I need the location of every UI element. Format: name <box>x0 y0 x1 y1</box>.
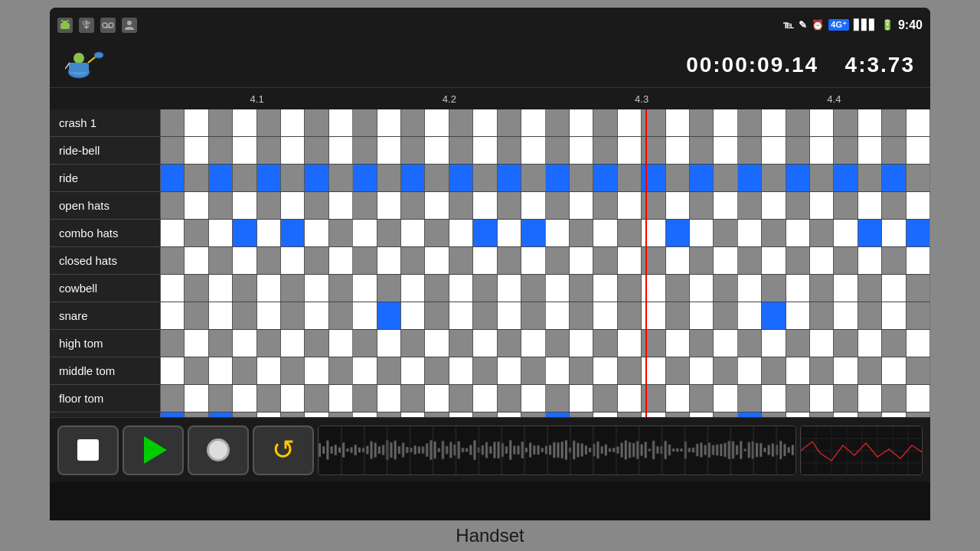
cell[interactable] <box>834 330 858 357</box>
cell[interactable] <box>882 357 906 384</box>
cell[interactable] <box>161 109 185 136</box>
cell[interactable] <box>858 330 882 357</box>
cell[interactable] <box>449 302 473 329</box>
cell[interactable] <box>401 412 425 417</box>
cell[interactable] <box>329 192 353 219</box>
cell[interactable] <box>786 137 810 164</box>
cell[interactable] <box>570 247 593 274</box>
cell[interactable] <box>425 302 449 329</box>
cell[interactable] <box>377 275 401 302</box>
cell[interactable] <box>353 109 377 136</box>
cell[interactable] <box>377 412 401 417</box>
cell[interactable] <box>281 385 305 412</box>
cell[interactable] <box>521 192 545 219</box>
cell[interactable] <box>449 247 473 274</box>
cell[interactable] <box>786 192 810 219</box>
cell[interactable] <box>714 109 737 136</box>
cell[interactable] <box>449 109 473 136</box>
cell[interactable] <box>281 247 305 274</box>
cell[interactable] <box>593 385 617 412</box>
cell[interactable] <box>618 137 642 164</box>
cell[interactable] <box>690 165 714 191</box>
cell[interactable] <box>618 192 642 219</box>
cell[interactable] <box>257 275 281 302</box>
cell[interactable] <box>714 247 737 274</box>
cell[interactable] <box>521 220 545 246</box>
cell[interactable] <box>593 357 617 384</box>
cell[interactable] <box>305 385 328 412</box>
cell[interactable] <box>593 192 617 219</box>
cell[interactable] <box>762 302 786 329</box>
cell[interactable] <box>714 137 737 164</box>
cell[interactable] <box>257 412 281 417</box>
cell[interactable] <box>473 357 497 384</box>
cell[interactable] <box>209 220 233 246</box>
cell[interactable] <box>810 385 834 412</box>
cell[interactable] <box>834 302 858 329</box>
cell[interactable] <box>305 247 328 274</box>
cell[interactable] <box>906 247 930 274</box>
cell[interactable] <box>329 330 353 357</box>
cell[interactable] <box>257 192 281 219</box>
cell[interactable] <box>401 137 425 164</box>
cell[interactable] <box>546 357 570 384</box>
cell[interactable] <box>377 247 401 274</box>
cell[interactable] <box>377 302 401 329</box>
cell[interactable] <box>546 192 570 219</box>
cell[interactable] <box>209 137 233 164</box>
cell[interactable] <box>882 247 906 274</box>
cell[interactable] <box>834 220 858 246</box>
cell[interactable] <box>858 275 882 302</box>
cell[interactable] <box>593 220 617 246</box>
cell[interactable] <box>666 412 690 417</box>
cell[interactable] <box>618 109 642 136</box>
cell[interactable] <box>521 412 545 417</box>
cell[interactable] <box>786 357 810 384</box>
cell[interactable] <box>858 165 882 191</box>
cell[interactable] <box>353 357 377 384</box>
cell[interactable] <box>233 109 256 136</box>
cell[interactable] <box>161 165 185 191</box>
cell[interactable] <box>666 165 690 191</box>
cell[interactable] <box>233 357 256 384</box>
cell[interactable] <box>690 357 714 384</box>
cell[interactable] <box>498 109 521 136</box>
cell[interactable] <box>858 192 882 219</box>
cell[interactable] <box>810 302 834 329</box>
cell[interactable] <box>185 220 208 246</box>
cell[interactable] <box>161 192 185 219</box>
cell[interactable] <box>714 412 737 417</box>
cell[interactable] <box>906 357 930 384</box>
cell[interactable] <box>353 165 377 191</box>
cell[interactable] <box>401 330 425 357</box>
cell[interactable] <box>209 165 233 191</box>
cell[interactable] <box>281 357 305 384</box>
cell[interactable] <box>834 412 858 417</box>
cell[interactable] <box>834 357 858 384</box>
cell[interactable] <box>690 330 714 357</box>
cell[interactable] <box>762 220 786 246</box>
cell[interactable] <box>738 220 762 246</box>
cell[interactable] <box>882 385 906 412</box>
cell[interactable] <box>810 330 834 357</box>
cell[interactable] <box>425 275 449 302</box>
cell[interactable] <box>473 247 497 274</box>
cell[interactable] <box>738 137 762 164</box>
cell[interactable] <box>642 385 665 412</box>
cell[interactable] <box>714 385 737 412</box>
cell[interactable] <box>690 137 714 164</box>
cell[interactable] <box>666 109 690 136</box>
cell[interactable] <box>546 165 570 191</box>
cell[interactable] <box>642 412 665 417</box>
cell[interactable] <box>618 247 642 274</box>
cell[interactable] <box>377 357 401 384</box>
cell[interactable] <box>906 137 930 164</box>
cell[interactable] <box>570 330 593 357</box>
cell[interactable] <box>209 109 233 136</box>
cell[interactable] <box>329 137 353 164</box>
cell[interactable] <box>810 412 834 417</box>
cell[interactable] <box>281 330 305 357</box>
cell[interactable] <box>233 385 256 412</box>
cell[interactable] <box>786 220 810 246</box>
cell[interactable] <box>473 192 497 219</box>
